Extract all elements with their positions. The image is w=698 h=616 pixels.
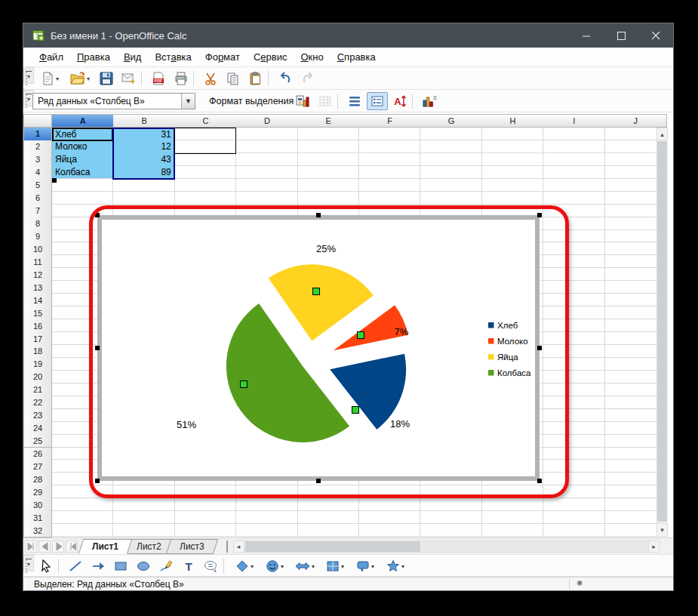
- menu-item-6[interactable]: Сервис: [247, 48, 294, 66]
- chevron-down-icon[interactable]: ▾: [401, 563, 404, 570]
- column-header-J[interactable]: J: [605, 114, 667, 128]
- column-header-I[interactable]: I: [543, 114, 605, 128]
- chevron-down-icon[interactable]: ▼: [181, 94, 195, 109]
- chevron-down-icon[interactable]: ▾: [251, 563, 254, 570]
- last-sheet-button[interactable]: [66, 541, 78, 553]
- previous-sheet-button[interactable]: [38, 541, 51, 553]
- basic-shapes-button[interactable]: ▾: [230, 557, 259, 575]
- cell-A2[interactable]: Молоко: [55, 140, 110, 153]
- maximize-button[interactable]: [604, 23, 638, 48]
- scroll-up-button[interactable]: ▴: [656, 128, 668, 140]
- row-header-14[interactable]: 14: [23, 294, 52, 307]
- close-button[interactable]: [639, 23, 673, 48]
- row-header-5[interactable]: 5: [23, 179, 52, 192]
- open-button[interactable]: ▾: [66, 69, 94, 88]
- hscroll-left-button[interactable]: ◂: [233, 541, 244, 553]
- cell-A3[interactable]: Яйца: [55, 153, 110, 166]
- minimize-button[interactable]: [570, 23, 604, 48]
- menu-item-4[interactable]: Вставка: [148, 48, 198, 66]
- row-header-28[interactable]: 28: [23, 473, 52, 486]
- horizontal-scrollbar-thumb[interactable]: [245, 541, 420, 552]
- tab-scroll-splitter[interactable]: [226, 541, 230, 553]
- row-header-6[interactable]: 6: [23, 192, 52, 205]
- row-header-18[interactable]: 18: [23, 345, 52, 359]
- cell-A4[interactable]: Колбаса: [55, 166, 110, 179]
- row-header-25[interactable]: 25: [23, 435, 52, 448]
- column-header-G[interactable]: G: [420, 114, 482, 128]
- symbol-shapes-button[interactable]: ▾: [260, 557, 289, 575]
- row-header-30[interactable]: 30: [23, 498, 52, 512]
- column-header-E[interactable]: E: [298, 114, 360, 128]
- row-header-20[interactable]: 20: [23, 371, 52, 384]
- menu-item-3[interactable]: Вид: [117, 48, 149, 66]
- auto-layout-button[interactable]: [419, 92, 440, 110]
- select-button[interactable]: [35, 557, 57, 575]
- first-sheet-button[interactable]: [25, 541, 37, 553]
- title-bar[interactable]: Без имени 1 - OpenOffice Calc: [23, 23, 673, 48]
- block-arrows-button[interactable]: ▾: [291, 557, 319, 575]
- hscroll-right-button[interactable]: ▸: [648, 541, 660, 553]
- toolbar-grip[interactable]: [26, 559, 29, 573]
- column-header-F[interactable]: F: [359, 114, 421, 128]
- arrow-button[interactable]: [88, 557, 109, 575]
- sheet-tab-Лист1[interactable]: Лист1: [78, 539, 133, 554]
- row-header-7[interactable]: 7: [23, 205, 52, 218]
- column-header-B[interactable]: B: [113, 114, 175, 128]
- row-header-31[interactable]: 31: [23, 511, 52, 525]
- row-header-3[interactable]: 3: [23, 153, 52, 167]
- row-header-15[interactable]: 15: [23, 306, 52, 320]
- stars-button[interactable]: ▾: [381, 557, 410, 575]
- chevron-down-icon[interactable]: ▾: [87, 75, 90, 82]
- row-header-21[interactable]: 21: [23, 383, 52, 397]
- text-button[interactable]: T: [178, 557, 199, 575]
- row-header-11[interactable]: 11: [23, 255, 52, 269]
- row-header-4[interactable]: 4: [23, 166, 52, 180]
- row-header-26[interactable]: 26: [23, 448, 52, 461]
- row-header-8[interactable]: 8: [23, 217, 52, 231]
- vertical-scrollbar-thumb[interactable]: [657, 141, 667, 522]
- column-header-D[interactable]: D: [236, 114, 298, 128]
- copy-button[interactable]: [223, 69, 244, 88]
- freeform-button[interactable]: [155, 557, 177, 575]
- chevron-down-icon[interactable]: ▾: [341, 563, 344, 570]
- row-header-17[interactable]: 17: [23, 332, 52, 346]
- next-sheet-button[interactable]: [52, 541, 64, 553]
- menu-item-1[interactable]: Файл: [32, 48, 70, 66]
- select-all-corner[interactable]: [23, 114, 52, 128]
- email-button[interactable]: [118, 69, 140, 88]
- chevron-down-icon[interactable]: ▾: [371, 563, 374, 570]
- print-button[interactable]: [171, 69, 192, 88]
- row-header-23[interactable]: 23: [23, 409, 52, 423]
- column-header-H[interactable]: H: [482, 114, 544, 128]
- row-header-24[interactable]: 24: [23, 422, 52, 436]
- toolbar-grip[interactable]: [26, 94, 29, 108]
- callouts-button[interactable]: ▾: [351, 557, 380, 575]
- row-header-16[interactable]: 16: [23, 319, 52, 333]
- callout-button[interactable]: [201, 557, 222, 575]
- menu-item-2[interactable]: Правка: [70, 48, 117, 66]
- cut-button[interactable]: [200, 69, 221, 88]
- ellipse-button[interactable]: [133, 557, 154, 575]
- rectangle-button[interactable]: [110, 557, 131, 575]
- pdf-export-button[interactable]: PDF: [148, 69, 169, 88]
- paste-button[interactable]: [245, 69, 266, 88]
- chevron-down-icon[interactable]: ▾: [312, 563, 315, 570]
- menu-item-5[interactable]: Формат: [198, 48, 247, 66]
- row-header-9[interactable]: 9: [23, 230, 52, 244]
- row-header-12[interactable]: 12: [23, 268, 52, 282]
- row-header-10[interactable]: 10: [23, 242, 52, 256]
- scroll-down-button[interactable]: ▾: [656, 523, 668, 537]
- chart-element-selector[interactable]: Ряд данных «Столбец B» ▼: [32, 93, 195, 109]
- row-header-2[interactable]: 2: [23, 140, 52, 154]
- format-selection-button[interactable]: Формат выделения: [203, 93, 300, 109]
- row-header-13[interactable]: 13: [23, 281, 52, 294]
- menu-item-8[interactable]: Справка: [331, 48, 383, 66]
- chevron-down-icon[interactable]: ▾: [281, 563, 284, 570]
- grid-horizontal-button[interactable]: [344, 92, 365, 110]
- row-header-27[interactable]: 27: [23, 460, 52, 473]
- row-header-29[interactable]: 29: [23, 485, 52, 499]
- row-header-19[interactable]: 19: [23, 358, 52, 371]
- column-header-A[interactable]: A: [52, 114, 114, 128]
- legend-button[interactable]: [367, 92, 388, 110]
- toolbar-grip[interactable]: [26, 72, 29, 85]
